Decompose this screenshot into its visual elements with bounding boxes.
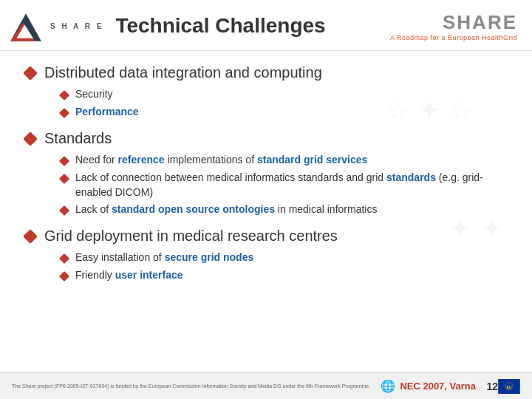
diamond-sub-icon <box>59 90 69 100</box>
bullet-grid <box>22 228 38 245</box>
sub-item-lack-connection: Lack of connection between medical infor… <box>58 171 510 200</box>
sub-items-distributed: Security Performance <box>58 87 510 120</box>
sub-item-lack-ontologies: Lack of standard open source ontologies … <box>58 202 510 217</box>
diamond-sub-icon-4 <box>59 174 69 184</box>
svg-text:EU: EU <box>506 384 511 389</box>
lack-ontologies-text: Lack of standard open source ontologies … <box>75 202 377 217</box>
diamond-sub-icon-2 <box>59 108 69 118</box>
diamond-sub-icon-7 <box>59 271 69 282</box>
sub-item-need-for: Need for reference implementations of st… <box>58 153 510 168</box>
security-label: Security <box>75 87 113 102</box>
diamond-sub-icon-5 <box>59 205 69 216</box>
standard-grid-highlight: standard grid services <box>257 154 367 166</box>
main-item-distributed: Distributed data integration and computi… <box>22 64 510 81</box>
user-interface-highlight: user interface <box>115 269 183 281</box>
bullet-friendly-ui <box>58 270 71 283</box>
sub-item-performance: Performance <box>58 105 510 120</box>
sub-item-friendly-ui: Friendly user interface <box>58 268 510 283</box>
bullet-performance <box>58 106 71 120</box>
standards-label: Standards <box>44 130 112 147</box>
share-big-text: SHARE <box>443 11 517 34</box>
share-letters: S H A R E <box>50 22 103 30</box>
sub-item-security: Security <box>58 87 510 102</box>
footer-center: 🌐 NEC 2007, Varna <box>381 379 476 393</box>
bullet-distributed <box>22 65 38 81</box>
diamond-sub-icon-6 <box>59 253 69 264</box>
bullet-need-for <box>58 154 71 168</box>
ontologies-highlight: standard open source ontologies <box>112 203 275 215</box>
page-number: 12 <box>476 381 498 392</box>
diamond-icon <box>23 66 38 81</box>
main-content: ☆ ✦ ☆ ✦ ✦ Distributed data integration a… <box>0 51 532 301</box>
share-tagline: A Roadmap for a European HealthGrid <box>390 34 517 41</box>
globe-icon: 🌐 <box>381 379 395 393</box>
friendly-ui-text: Friendly user interface <box>75 268 183 283</box>
sub-items-grid: Easy installation of secure grid nodes F… <box>58 250 510 283</box>
sub-items-standards: Need for reference implementations of st… <box>58 153 510 217</box>
distributed-label: Distributed data integration and computi… <box>44 64 322 81</box>
diamond-icon-grid <box>23 229 38 244</box>
page-title: Technical Challenges <box>115 14 390 38</box>
main-item-grid: Grid deployment in medical research cent… <box>22 228 510 245</box>
footer-event: NEC 2007, Varna <box>400 381 476 392</box>
grid-label: Grid deployment in medical research cent… <box>44 228 338 245</box>
share-right-logo: SHARE A Roadmap for a European HealthGri… <box>390 11 517 41</box>
section-standards: Standards Need for reference implementat… <box>22 130 510 217</box>
need-for-text: Need for reference implementations of st… <box>75 153 367 168</box>
main-item-standards: Standards <box>22 130 510 147</box>
reference-highlight: reference <box>118 154 165 166</box>
bullet-lack-ontologies <box>58 204 71 217</box>
diamond-sub-icon-3 <box>59 156 69 166</box>
lack-connection-text: Lack of connection between medical infor… <box>75 171 510 200</box>
bullet-easy-install <box>58 252 71 265</box>
secure-grid-highlight: secure grid nodes <box>165 251 254 263</box>
section-grid-deployment: Grid deployment in medical research cent… <box>22 228 510 283</box>
easy-install-text: Easy installation of secure grid nodes <box>75 250 253 265</box>
bullet-security <box>58 89 71 102</box>
share-logo-icon <box>7 7 44 44</box>
sub-item-easy-install: Easy installation of secure grid nodes <box>58 250 510 265</box>
diamond-icon-standards <box>23 132 38 146</box>
header: S H A R E Technical Challenges SHARE A R… <box>0 0 532 51</box>
performance-label: Performance <box>75 105 139 120</box>
standards-highlight: standards <box>386 171 436 183</box>
bullet-lack-connection <box>58 172 71 185</box>
performance-text: Performance <box>75 106 139 117</box>
footer-legal-text: The Share project (FP6-2005-IST-027694) … <box>12 383 381 389</box>
eu-logo-icon: EU <box>498 379 520 394</box>
section-distributed: Distributed data integration and computi… <box>22 64 510 120</box>
logo-area: S H A R E <box>7 7 103 44</box>
bullet-standards <box>22 131 38 147</box>
footer: The Share project (FP6-2005-IST-027694) … <box>0 372 532 399</box>
